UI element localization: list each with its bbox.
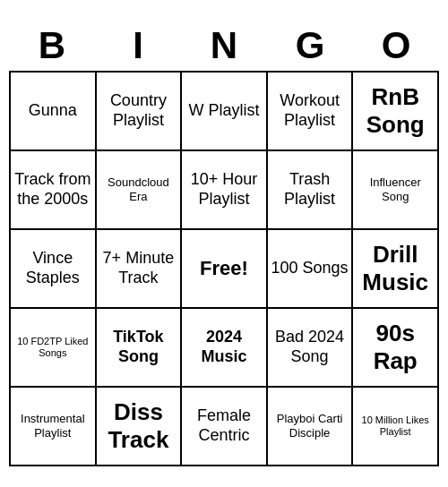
- cell-text: Workout Playlist: [271, 91, 349, 130]
- cell-r1-c3[interactable]: Trash Playlist: [268, 151, 354, 230]
- cell-r2-c2[interactable]: Free!: [182, 230, 268, 309]
- cell-r2-c0[interactable]: Vince Staples: [11, 230, 97, 309]
- cell-text: 10 Million Likes Playlist: [356, 414, 435, 438]
- header-n: N: [181, 21, 267, 71]
- cell-text: Country Playlist: [99, 91, 178, 130]
- cell-r2-c4[interactable]: Drill Music: [353, 230, 439, 309]
- cell-r4-c1[interactable]: Diss Track: [97, 388, 183, 466]
- cell-r3-c0[interactable]: 10 FD2TP Liked Songs: [11, 309, 97, 388]
- bingo-header: B I N G O: [9, 21, 439, 71]
- cell-r4-c2[interactable]: Female Centric: [182, 388, 268, 466]
- header-g: G: [267, 21, 353, 71]
- cell-text: Instrumental Playlist: [13, 412, 92, 440]
- cell-r2-c3[interactable]: 100 Songs: [268, 230, 354, 309]
- cell-text: 10 FD2TP Liked Songs: [13, 336, 92, 359]
- cell-text: RnB Song: [356, 83, 435, 139]
- cell-r4-c3[interactable]: Playboi Carti Disciple: [268, 388, 354, 466]
- cell-text: 7+ Minute Track: [99, 249, 178, 287]
- cell-r4-c4[interactable]: 10 Million Likes Playlist: [353, 388, 439, 466]
- cell-r3-c3[interactable]: Bad 2024 Song: [268, 309, 354, 388]
- cell-text: Bad 2024 Song: [271, 328, 349, 366]
- cell-text: Diss Track: [99, 398, 178, 454]
- cell-r0-c4[interactable]: RnB Song: [353, 73, 439, 151]
- cell-text: Playboi Carti Disciple: [271, 412, 349, 440]
- bingo-card: B I N G O GunnaCountry PlaylistW Playlis…: [9, 21, 439, 466]
- bingo-grid: GunnaCountry PlaylistW PlaylistWorkout P…: [9, 71, 439, 466]
- cell-text: 10+ Hour Playlist: [185, 170, 263, 209]
- cell-text: TikTok Song: [99, 328, 178, 366]
- header-o: O: [353, 21, 439, 71]
- cell-r0-c0[interactable]: Gunna: [11, 73, 97, 151]
- cell-r1-c4[interactable]: Influencer Song: [353, 151, 439, 230]
- cell-r0-c3[interactable]: Workout Playlist: [268, 73, 354, 151]
- cell-text: Trash Playlist: [271, 170, 349, 209]
- cell-r1-c2[interactable]: 10+ Hour Playlist: [182, 151, 268, 230]
- cell-r3-c2[interactable]: 2024 Music: [182, 309, 268, 388]
- cell-text: Gunna: [29, 101, 77, 121]
- cell-text: W Playlist: [188, 101, 259, 121]
- cell-r0-c2[interactable]: W Playlist: [182, 73, 268, 151]
- cell-text: Female Centric: [185, 406, 263, 445]
- cell-text: Vince Staples: [13, 249, 92, 287]
- cell-r4-c0[interactable]: Instrumental Playlist: [11, 388, 97, 466]
- cell-r3-c4[interactable]: 90s Rap: [353, 309, 439, 388]
- cell-text: 90s Rap: [356, 320, 435, 375]
- header-b: B: [9, 21, 95, 71]
- cell-r3-c1[interactable]: TikTok Song: [97, 309, 183, 388]
- cell-text: 2024 Music: [185, 328, 263, 366]
- cell-text: Drill Music: [356, 241, 435, 296]
- cell-text: 100 Songs: [271, 259, 349, 278]
- cell-r2-c1[interactable]: 7+ Minute Track: [97, 230, 183, 309]
- cell-text: Track from the 2000s: [13, 170, 92, 209]
- cell-r1-c0[interactable]: Track from the 2000s: [11, 151, 97, 230]
- cell-text: Influencer Song: [356, 175, 435, 203]
- header-i: I: [95, 21, 181, 71]
- cell-r1-c1[interactable]: Soundcloud Era: [97, 151, 183, 230]
- cell-r0-c1[interactable]: Country Playlist: [97, 73, 183, 151]
- cell-text: Free!: [200, 257, 248, 280]
- cell-text: Soundcloud Era: [99, 175, 178, 203]
